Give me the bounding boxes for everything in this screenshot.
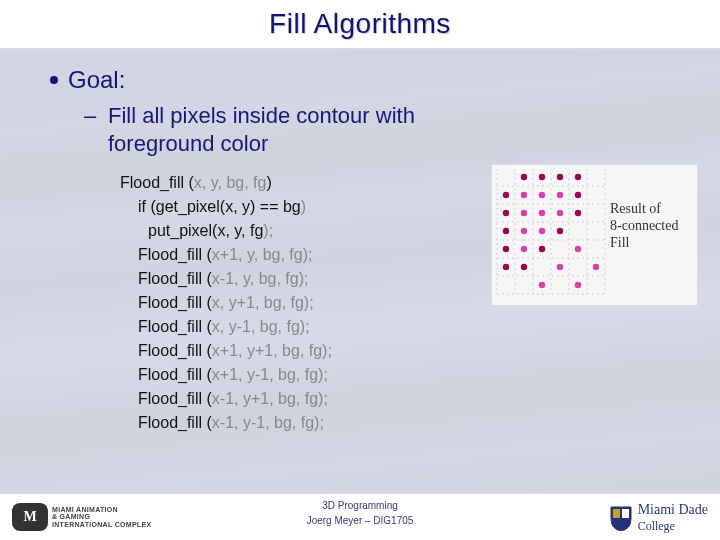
code-line: Flood_fill (x-1, y-1, bg, fg); bbox=[120, 411, 690, 435]
code-light: x-1, y+1, bg, fg); bbox=[212, 390, 328, 407]
goal-heading: Goal: bbox=[50, 66, 690, 94]
code-line: Flood_fill (x, y-1, bg, fg); bbox=[120, 315, 690, 339]
diagram-8-connected: Result of 8-connected Fill bbox=[491, 164, 698, 306]
diagram-label-line: Fill bbox=[610, 235, 678, 252]
code-light: x+1, y, bg, fg); bbox=[212, 246, 313, 263]
mdc-line: College bbox=[638, 519, 675, 533]
footer-course: 3D Programming bbox=[307, 498, 414, 513]
footer: M MIAMI ANIMATION & GAMING INTERNATIONAL… bbox=[0, 492, 720, 540]
code-line: Flood_fill (x+1, y+1, bg, fg); bbox=[120, 339, 690, 363]
code-light: x, y+1, bg, fg); bbox=[212, 294, 314, 311]
code-light: x, y, bg, fg bbox=[194, 174, 267, 191]
magic-line: MIAMI ANIMATION bbox=[52, 506, 151, 513]
logo-mdc: Miami Dade College bbox=[610, 502, 708, 534]
code-light: ) bbox=[301, 198, 306, 215]
magic-text: MIAMI ANIMATION & GAMING INTERNATIONAL C… bbox=[52, 506, 151, 528]
code-line: Flood_fill (x+1, y-1, bg, fg); bbox=[120, 363, 690, 387]
code-light: x-1, y-1, bg, fg); bbox=[212, 414, 324, 431]
code-dark: Flood_fill ( bbox=[138, 318, 212, 335]
title-bar: Fill Algorithms bbox=[0, 0, 720, 50]
footer-center: 3D Programming Joerg Meyer – DIG1705 bbox=[307, 498, 414, 528]
magic-line: & GAMING bbox=[52, 513, 151, 520]
code-light: x, y-1, bg, fg); bbox=[212, 318, 310, 335]
code-light: x+1, y+1, bg, fg); bbox=[212, 342, 332, 359]
sub-goal: –Fill all pixels inside contour with for… bbox=[108, 102, 488, 157]
logo-magic: M MIAMI ANIMATION & GAMING INTERNATIONAL… bbox=[12, 503, 151, 531]
svg-rect-0 bbox=[613, 509, 620, 518]
code-line: Flood_fill (x-1, y+1, bg, fg); bbox=[120, 387, 690, 411]
mdc-text: Miami Dade College bbox=[638, 502, 708, 534]
svg-rect-1 bbox=[622, 509, 629, 518]
magic-badge-icon: M bbox=[12, 503, 48, 531]
code-dark: Flood_fill ( bbox=[138, 270, 212, 287]
code-dark: Flood_fill ( bbox=[138, 366, 212, 383]
sub-goal-text: Fill all pixels inside contour with fore… bbox=[108, 103, 415, 156]
diagram-label-line: Result of bbox=[610, 201, 678, 218]
goal-label: Goal: bbox=[68, 66, 125, 93]
code-dark: Flood_fill ( bbox=[138, 342, 212, 359]
code-dark: if (get_pixel(x, y) == bg bbox=[138, 198, 301, 215]
code-dark: Flood_fill ( bbox=[138, 246, 212, 263]
dash-icon: – bbox=[84, 102, 108, 130]
code-dark: put_pixel(x, y, fg bbox=[148, 222, 263, 239]
code-dark: Flood_fill ( bbox=[138, 414, 212, 431]
mdc-line: Miami Dade bbox=[638, 502, 708, 517]
diagram-canvas bbox=[492, 169, 607, 305]
code-light: x+1, y-1, bg, fg); bbox=[212, 366, 328, 383]
code-light: ); bbox=[263, 222, 273, 239]
slide-title: Fill Algorithms bbox=[269, 8, 451, 40]
code-light: x-1, y, bg, fg); bbox=[212, 270, 309, 287]
magic-line: INTERNATIONAL COMPLEX bbox=[52, 521, 151, 528]
bullet-icon bbox=[50, 76, 58, 84]
footer-author: Joerg Meyer – DIG1705 bbox=[307, 513, 414, 528]
diagram-label-line: 8-connected bbox=[610, 218, 678, 235]
slide: Fill Algorithms Goal: –Fill all pixels i… bbox=[0, 0, 720, 540]
code-dark: Flood_fill ( bbox=[138, 294, 212, 311]
code-dark: Flood_fill ( bbox=[120, 174, 194, 191]
code-dark: ) bbox=[266, 174, 271, 191]
code-dark: Flood_fill ( bbox=[138, 390, 212, 407]
diagram-label: Result of 8-connected Fill bbox=[610, 201, 678, 251]
shield-icon bbox=[610, 505, 632, 531]
